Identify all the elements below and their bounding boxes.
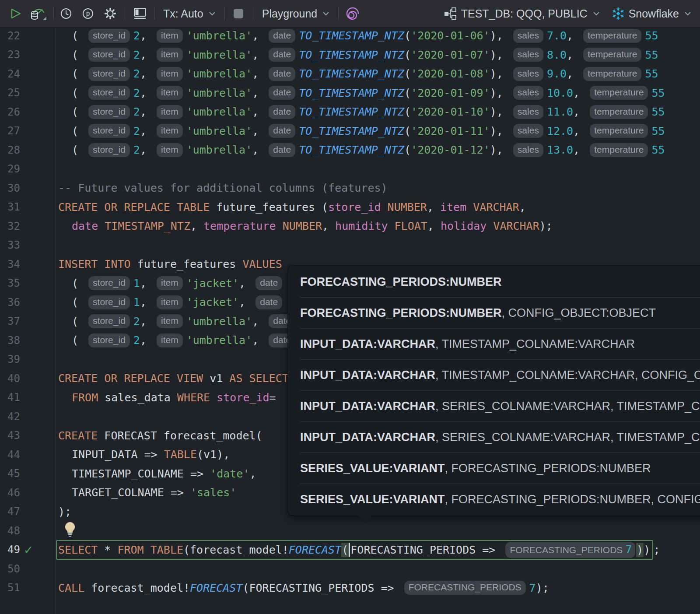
- code-token: VARCHAR: [466, 201, 519, 214]
- execute-on-datasource-button[interactable]: [28, 6, 48, 21]
- code-line-text[interactable]: ( store_id2, item'umbrella', dateTO_TIME…: [37, 124, 665, 138]
- line-number[interactable]: 39: [0, 353, 20, 365]
- line-number[interactable]: 50: [0, 563, 20, 575]
- inlay-hint-badge: sales: [513, 143, 543, 157]
- line-number[interactable]: 27: [0, 125, 20, 137]
- code-line-text[interactable]: ( store_id2, item'umbrella', dateTO_TIME…: [37, 143, 665, 157]
- signature-bold-part: SERIES_VALUE:VARIANT: [300, 462, 445, 475]
- line-number[interactable]: 23: [0, 49, 20, 61]
- stop-button[interactable]: [233, 8, 244, 19]
- code-line-text[interactable]: ( store_id2, item'umbrella', dateTO_TIME…: [37, 29, 658, 43]
- code-line: 32date TIMESTAMP_NTZ, temperature NUMBER…: [0, 217, 700, 236]
- line-number[interactable]: 25: [0, 87, 20, 99]
- code-line-text[interactable]: INPUT_DATA => TABLE(v1),: [37, 448, 230, 461]
- code-line-text[interactable]: ( store_id2, item'umbrella', dateTO_TIME…: [37, 67, 658, 81]
- code-line-text[interactable]: -- Future values for additional columns …: [37, 182, 388, 194]
- line-number[interactable]: 37: [0, 315, 20, 327]
- line-number[interactable]: 31: [0, 201, 20, 213]
- chevron-down-icon: [209, 11, 216, 16]
- code-editor[interactable]: 22( store_id2, item'umbrella', dateTO_TI…: [0, 28, 700, 614]
- line-number[interactable]: 24: [0, 68, 20, 80]
- ai-assistant-button[interactable]: [346, 7, 360, 21]
- layout-button[interactable]: [133, 7, 147, 20]
- code-line-text[interactable]: INSERT INTO future_features VALUES: [37, 258, 282, 270]
- line-number[interactable]: 46: [0, 487, 20, 499]
- driver-dropdown[interactable]: Snowflake: [611, 7, 691, 21]
- code-line-text[interactable]: CREATE OR REPLACE VIEW v1 AS SELECT: [37, 372, 289, 385]
- gutter-marker-success-icon[interactable]: ✓: [20, 543, 37, 557]
- code-line-text[interactable]: );: [37, 505, 71, 518]
- profiler-button[interactable]: p: [82, 7, 94, 20]
- intention-bulb-icon[interactable]: [64, 521, 76, 537]
- code-token: ,: [140, 67, 153, 80]
- code-line-text[interactable]: CALL forecast_model!FORECAST(FORECASTING…: [37, 581, 549, 595]
- inlay-hint-badge: store_id: [88, 295, 130, 309]
- line-number[interactable]: 32: [0, 220, 20, 232]
- signature-rest-part: , CONFIG_OBJECT:OBJECT: [502, 306, 656, 320]
- line-number[interactable]: 34: [0, 258, 20, 270]
- signature-option[interactable]: INPUT_DATA:VARCHAR, TIMESTAMP_COLNAME:VA…: [288, 329, 700, 359]
- inlay-hint-badge: FORECASTING_PERIODS 7: [505, 542, 635, 558]
- tx-mode-dropdown[interactable]: Tx: Auto: [163, 7, 216, 20]
- code-line-text[interactable]: date TIMESTAMP_NTZ, temperature NUMBER, …: [37, 220, 553, 232]
- code-line-text[interactable]: ( store_id2, item'umbrella', dateTO_TIME…: [37, 105, 665, 119]
- signature-option[interactable]: FORECASTING_PERIODS:NUMBER: [288, 267, 700, 297]
- line-number[interactable]: 49: [0, 544, 20, 556]
- line-number[interactable]: 51: [0, 582, 20, 594]
- run-button[interactable]: [10, 7, 22, 20]
- line-number[interactable]: 28: [0, 144, 20, 156]
- line-number[interactable]: 48: [0, 525, 20, 537]
- code-line-text[interactable]: FROM sales_data WHERE store_id=: [37, 391, 276, 404]
- signature-option[interactable]: FORECASTING_PERIODS:NUMBER, CONFIG_OBJEC…: [288, 298, 700, 328]
- tx-mode-label: Tx: Auto: [163, 7, 203, 20]
- line-number[interactable]: 35: [0, 277, 20, 289]
- line-number[interactable]: 33: [0, 239, 20, 251]
- code-token: ;: [653, 544, 660, 556]
- line-number[interactable]: 42: [0, 411, 20, 423]
- signature-option[interactable]: INPUT_DATA:VARCHAR, TIMESTAMP_COLNAME:VA…: [288, 360, 700, 390]
- code-line-text[interactable]: ( store_id2, item'umbrella', date: [37, 314, 299, 328]
- schema-dropdown[interactable]: TEST_DB: QQQ, PUBLIC: [444, 7, 600, 20]
- history-button[interactable]: [60, 7, 72, 20]
- code-token: CREATE OR REPLACE TABLE: [58, 201, 210, 214]
- line-number[interactable]: 43: [0, 429, 20, 442]
- line-number[interactable]: 30: [0, 182, 20, 194]
- code-token: 'umbrella': [186, 334, 252, 347]
- code-line-text[interactable]: TARGET_COLNAME => 'sales': [37, 486, 236, 499]
- inlay-hint-badge: store_id: [88, 29, 130, 43]
- code-token: TIMESTAMP_COLNAME =>: [72, 467, 210, 480]
- code-line-text[interactable]: SELECT * FROM TABLE(forecast_model!FOREC…: [37, 540, 660, 560]
- code-line-text[interactable]: TIMESTAMP_COLNAME => 'date',: [37, 467, 256, 480]
- code-token: 'umbrella': [186, 315, 252, 328]
- line-number[interactable]: 40: [0, 372, 20, 385]
- signature-option[interactable]: SERIES_VALUE:VARIANT, FORECASTING_PERIOD…: [288, 453, 700, 484]
- line-number[interactable]: 26: [0, 106, 20, 118]
- code-line-text[interactable]: ( store_id1, item'jacket', date: [37, 276, 286, 290]
- inlay-hint-badge: temperature: [590, 143, 648, 157]
- line-number[interactable]: 29: [0, 163, 20, 175]
- line-number[interactable]: 47: [0, 505, 20, 518]
- code-line-text[interactable]: ( store_id1, item'jacket', date: [37, 295, 286, 309]
- line-number[interactable]: 38: [0, 334, 20, 347]
- playground-dropdown[interactable]: Playground: [262, 7, 329, 20]
- signature-option[interactable]: SERIES_VALUE:VARIANT, FORECASTING_PERIOD…: [288, 484, 700, 515]
- code-line-text[interactable]: CREATE OR REPLACE TABLE future_features …: [37, 201, 526, 214]
- code-line-text[interactable]: CREATE FORECAST forecast_model(: [37, 429, 262, 442]
- signature-option[interactable]: INPUT_DATA:VARCHAR, SERIES_COLNAME:VARCH…: [288, 391, 700, 421]
- code-line-text[interactable]: ( store_id2, item'umbrella', dateTO_TIME…: [37, 86, 665, 100]
- play-icon: [10, 7, 22, 20]
- line-number[interactable]: 22: [0, 30, 20, 42]
- inlay-hint-badge: item: [157, 105, 183, 119]
- line-number[interactable]: 45: [0, 467, 20, 480]
- code-token: =: [270, 391, 276, 404]
- code-token: forecast_model!: [84, 582, 190, 594]
- code-line-text[interactable]: ( store_id2, item'umbrella', date: [37, 333, 299, 347]
- code-token: (: [72, 296, 85, 309]
- code-line-text[interactable]: ( store_id2, item'umbrella', dateTO_TIME…: [37, 48, 658, 62]
- line-number[interactable]: 41: [0, 391, 20, 403]
- line-number[interactable]: 36: [0, 296, 20, 309]
- ide-window: p Tx: Auto: [0, 0, 700, 614]
- settings-button[interactable]: [104, 7, 117, 20]
- line-number[interactable]: 44: [0, 449, 20, 461]
- signature-option[interactable]: INPUT_DATA:VARCHAR, SERIES_COLNAME:VARCH…: [288, 422, 700, 453]
